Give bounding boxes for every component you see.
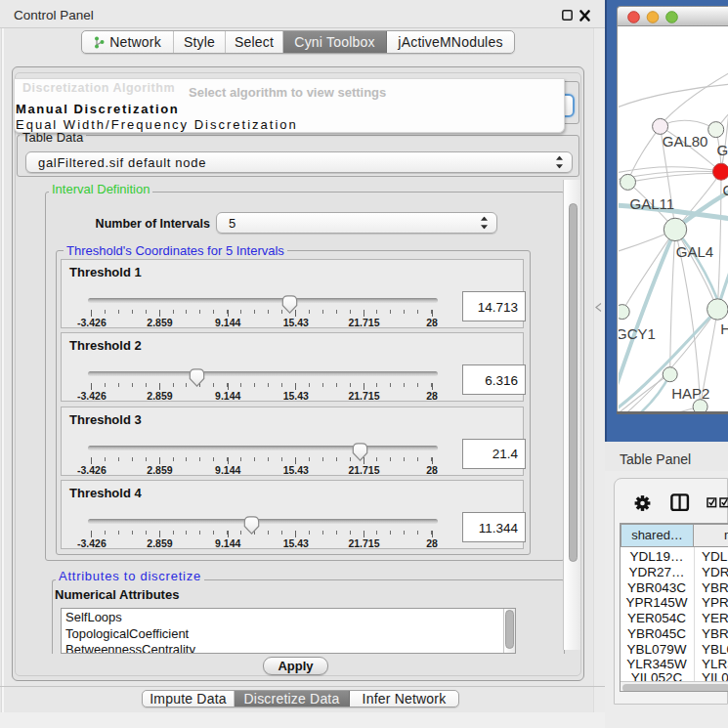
svg-text:GAL4: GAL4 bbox=[676, 243, 713, 260]
svg-text:C: C bbox=[723, 182, 728, 198]
svg-text:HA: HA bbox=[720, 321, 728, 337]
svg-text:HAP2: HAP2 bbox=[671, 385, 709, 402]
svg-text:GAL11: GAL11 bbox=[630, 195, 675, 212]
svg-text:GAL80: GAL80 bbox=[663, 133, 708, 150]
svg-text:GA: GA bbox=[717, 142, 728, 158]
svg-text:GCY1: GCY1 bbox=[619, 325, 656, 342]
